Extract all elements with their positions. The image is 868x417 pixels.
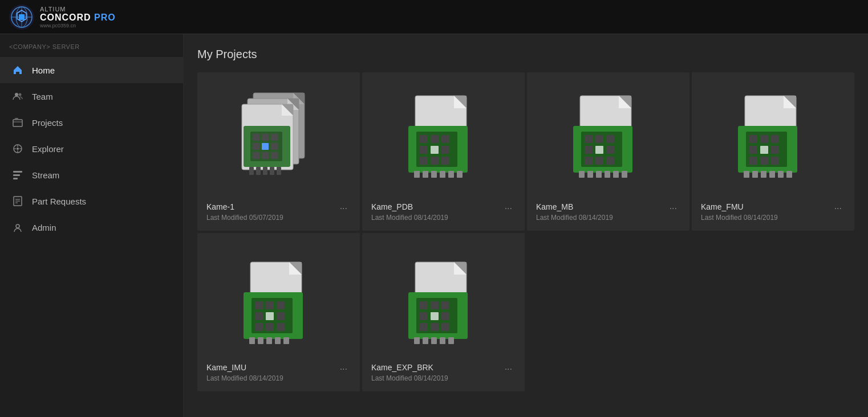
project-menu-kame-fmu[interactable]: ··· [831,202,845,215]
part-requests-icon [11,195,24,207]
concord-label: CONCORD PRO [40,13,116,23]
main-layout: <COMPANY> SERVER Home Team [0,34,868,417]
kame-mb-icon [569,87,648,190]
svg-rect-110 [249,337,255,344]
project-info-kame-pdb: Kame_PDB Last Modified 08/14/2019 ··· [371,202,516,222]
project-card-kame-pdb[interactable]: Kame_PDB Last Modified 08/14/2019 ··· [362,72,525,231]
kame-imu-icon [239,248,319,350]
project-card-kame-1[interactable]: Kame-1 Last Modified 05/07/2019 ··· [197,72,360,231]
svg-rect-124 [420,323,428,331]
project-name-kame-1: Kame-1 [206,202,283,211]
svg-rect-75 [587,171,593,178]
project-menu-kame-pdb[interactable]: ··· [501,202,516,215]
project-thumbnail-kame-imu [206,242,351,356]
server-label: <COMPANY> SERVER [0,39,183,57]
sidebar-label-admin: Admin [32,223,56,232]
svg-rect-109 [277,323,285,331]
svg-rect-111 [258,337,263,344]
svg-rect-68 [585,146,593,154]
svg-rect-125 [431,323,439,331]
projects-grid: Kame-1 Last Modified 05/07/2019 ··· [197,72,854,391]
project-thumbnail-kame-exp-brk [371,242,516,356]
svg-point-7 [15,93,18,96]
home-icon [11,64,24,76]
sidebar-item-explorer[interactable]: Explorer [0,136,183,162]
project-thumbnail-kame-pdb [371,81,516,195]
svg-rect-118 [420,301,428,309]
project-menu-kame-imu[interactable]: ··· [336,363,351,375]
project-name-kame-mb: Kame_MB [536,202,613,211]
sidebar-item-team[interactable]: Team [0,83,183,109]
project-thumbnail-kame-1 [206,81,351,195]
svg-rect-89 [749,157,757,165]
project-card-kame-imu[interactable]: Kame_IMU Last Modified 08/14/2019 ··· [197,233,360,391]
svg-rect-58 [431,171,437,178]
svg-rect-38 [271,152,278,159]
sidebar-label-home: Home [32,66,55,75]
svg-rect-65 [585,135,593,143]
project-modified-kame-mb: Last Modified 08/14/2019 [536,214,613,222]
project-card-kame-exp-brk[interactable]: Kame_EXP_BRK Last Modified 08/14/2019 ··… [362,233,525,391]
svg-point-8 [19,93,22,96]
project-info-kame-exp-brk: Kame_EXP_BRK Last Modified 08/14/2019 ··… [371,363,516,382]
svg-rect-129 [431,337,437,344]
svg-rect-104 [255,312,263,320]
svg-rect-119 [431,301,439,309]
svg-rect-103 [277,301,285,309]
svg-rect-74 [579,171,585,178]
svg-rect-18 [13,174,20,176]
project-modified-kame-pdb: Last Modified 08/14/2019 [371,214,448,222]
svg-rect-102 [266,301,274,309]
project-card-kame-fmu[interactable]: Kame_FMU Last Modified 08/14/2019 ··· [692,72,854,231]
svg-rect-42 [270,167,274,175]
svg-rect-56 [414,171,420,178]
svg-rect-54 [431,157,439,165]
sidebar-item-projects[interactable]: Projects [0,109,183,136]
svg-rect-126 [441,323,449,331]
svg-rect-108 [266,323,274,331]
svg-rect-6 [19,14,25,20]
svg-rect-91 [771,157,779,165]
project-menu-kame-1[interactable]: ··· [336,202,351,215]
project-menu-kame-exp-brk[interactable]: ··· [501,363,516,375]
svg-rect-96 [778,171,784,178]
svg-rect-112 [266,337,272,344]
svg-rect-122 [431,312,439,320]
svg-rect-130 [440,337,445,344]
svg-rect-88 [771,146,779,154]
svg-rect-40 [256,167,261,175]
svg-rect-34 [262,143,269,150]
project-menu-kame-mb[interactable]: ··· [666,202,680,215]
svg-rect-101 [255,301,263,309]
sidebar-item-admin[interactable]: Admin [0,214,183,240]
svg-rect-127 [414,337,420,344]
project-card-kame-mb[interactable]: Kame_MB Last Modified 08/14/2019 ··· [527,72,689,231]
svg-rect-47 [420,135,428,143]
sidebar-label-team: Team [32,92,53,101]
sidebar-item-home[interactable]: Home [0,57,183,83]
svg-rect-131 [448,337,454,344]
svg-rect-76 [596,171,602,178]
svg-rect-52 [441,146,449,154]
svg-rect-94 [761,171,766,178]
sidebar-item-stream[interactable]: Stream [0,162,183,188]
svg-rect-90 [760,157,768,165]
svg-rect-95 [769,171,775,178]
svg-rect-37 [262,152,269,159]
svg-rect-71 [585,157,593,165]
svg-rect-36 [253,152,259,159]
project-info-kame-1: Kame-1 Last Modified 05/07/2019 ··· [206,202,351,222]
svg-rect-84 [760,135,768,143]
svg-rect-30 [253,134,259,141]
sidebar-label-explorer: Explorer [32,144,64,154]
svg-rect-17 [13,171,22,173]
svg-rect-128 [423,337,428,344]
svg-rect-70 [606,146,614,154]
main-content: My Projects [184,34,868,417]
logo-area: ALTIUM CONCORD PRO www.pc0359.cn [9,5,116,30]
sidebar-item-part-requests[interactable]: Part Requests [0,188,183,214]
svg-rect-107 [255,323,263,331]
svg-rect-87 [760,146,768,154]
project-modified-kame-exp-brk: Last Modified 08/14/2019 [371,374,448,382]
logo-text: ALTIUM CONCORD PRO www.pc0359.cn [40,6,116,28]
